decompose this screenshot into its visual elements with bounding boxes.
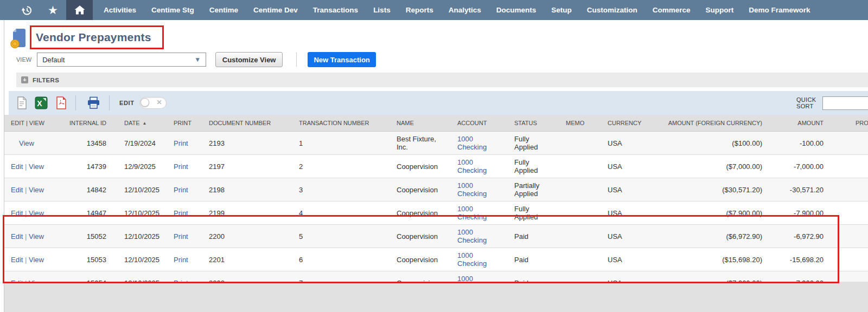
column-header-account[interactable]: ACCOUNT — [455, 115, 511, 132]
edit-link[interactable]: Edit — [11, 256, 23, 264]
edit-link[interactable]: Edit — [11, 186, 23, 194]
shortcuts-star-icon[interactable]: ★ — [40, 0, 66, 20]
cell-name: Coopervision — [397, 232, 438, 240]
nav-item-centime-stg[interactable]: Centime Stg — [144, 0, 202, 20]
column-header-memo[interactable]: MEMO — [563, 115, 603, 132]
top-nav-bar: ★ ActivitiesCentime StgCentimeCentime De… — [0, 0, 868, 20]
account-link[interactable]: 1000 Checking — [457, 251, 487, 268]
nav-item-customization[interactable]: Customization — [579, 0, 645, 20]
edit-link[interactable]: Edit — [11, 209, 23, 217]
cell-document-number: 2201 — [209, 256, 225, 264]
column-header-date[interactable]: DATE▲ — [111, 115, 169, 132]
cell-amount-foreign: ($100.00) — [732, 139, 762, 147]
cell-amount: -100.00 — [800, 139, 824, 147]
page-background — [4, 282, 868, 312]
account-link[interactable]: 1000 Checking — [457, 158, 487, 174]
nav-item-reports[interactable]: Reports — [398, 0, 441, 20]
cell-amount: -6,972.90 — [794, 232, 824, 240]
view-select-value: Default — [42, 56, 65, 64]
table-row: Edit | View1505312/10/2025Print22016Coop… — [4, 248, 868, 271]
view-link[interactable]: View — [29, 232, 44, 240]
filters-bar[interactable]: + FILTERS — [16, 73, 868, 87]
column-header-status[interactable]: STATUS — [511, 115, 563, 132]
nav-item-support[interactable]: Support — [698, 0, 742, 20]
cell-amount-foreign: ($30,571.20) — [722, 186, 762, 194]
account-link[interactable]: 1000 Checking — [457, 181, 487, 198]
nav-item-setup[interactable]: Setup — [544, 0, 579, 20]
account-link[interactable]: 1000 Checking — [457, 205, 487, 221]
export-excel-icon[interactable]: X — [35, 96, 48, 109]
table-row: Edit | View1494712/10/2025Print21994Coop… — [4, 202, 868, 225]
view-link[interactable]: View — [29, 186, 44, 194]
nav-item-transactions[interactable]: Transactions — [305, 0, 366, 20]
cell-currency: USA — [608, 162, 622, 171]
edit-toggle[interactable]: ✕ — [139, 97, 167, 109]
column-header-amount-foreign[interactable]: AMOUNT (FOREIGN CURRENCY) — [661, 115, 768, 132]
quick-sort-label: QUICK SORT — [796, 96, 816, 109]
view-link[interactable]: View — [29, 256, 44, 264]
cell-currency: USA — [608, 139, 622, 147]
nav-item-lists[interactable]: Lists — [366, 0, 398, 20]
cell-document-number: 2200 — [209, 232, 225, 240]
cell-name: Best Fixture, Inc. — [397, 135, 436, 151]
cell-status: Fully Applied — [514, 205, 538, 221]
column-header-name[interactable]: NAME — [393, 115, 455, 132]
nav-item-commerce[interactable]: Commerce — [645, 0, 698, 20]
nav-item-documents[interactable]: Documents — [489, 0, 544, 20]
cell-amount-foreign: ($7,000.00) — [726, 162, 763, 171]
cell-status: Fully Applied — [514, 135, 538, 151]
nav-item-analytics[interactable]: Analytics — [441, 0, 489, 20]
column-header-edit-view[interactable]: EDIT | VIEW — [4, 115, 57, 132]
print-link[interactable]: Print — [174, 256, 188, 264]
view-link[interactable]: View — [19, 139, 34, 147]
column-header-project[interactable]: PROJECT — [829, 115, 868, 132]
view-select[interactable]: Default ▼ — [37, 53, 206, 67]
column-header-amount[interactable]: AMOUNT — [768, 115, 829, 132]
export-csv-icon[interactable] — [16, 96, 27, 110]
recent-records-icon[interactable] — [13, 0, 40, 20]
print-icon[interactable] — [87, 96, 100, 109]
new-transaction-button[interactable]: New Transaction — [308, 52, 376, 67]
view-controls: VIEW Default ▼ Customize View New Transa… — [16, 52, 376, 67]
cell-amount: -7,000.00 — [794, 162, 824, 171]
customize-view-button[interactable]: Customize View — [215, 52, 283, 67]
cell-name: Coopervision — [397, 256, 438, 264]
nav-item-centime[interactable]: Centime — [202, 0, 246, 20]
print-link[interactable]: Print — [174, 186, 188, 194]
expand-plus-icon[interactable]: + — [21, 76, 28, 83]
cell-amount: -7,900.00 — [794, 209, 824, 217]
export-pdf-icon[interactable] — [55, 96, 67, 110]
nav-item-activities[interactable]: Activities — [96, 0, 144, 20]
nav-menu: ActivitiesCentime StgCentimeCentime DevT… — [96, 0, 818, 20]
column-header-document-number[interactable]: DOCUMENT NUMBER — [203, 115, 296, 132]
nav-item-centime-dev[interactable]: Centime Dev — [246, 0, 305, 20]
cell-date: 12/10/2025 — [124, 186, 159, 194]
print-link[interactable]: Print — [174, 162, 188, 171]
cell-internal-id: 14842 — [87, 186, 106, 194]
nav-item-demo-framework[interactable]: Demo Framework — [741, 0, 818, 20]
cell-currency: USA — [608, 256, 622, 264]
cell-date: 12/9/2025 — [124, 162, 156, 171]
cell-currency: USA — [608, 186, 622, 194]
cell-transaction-number: 3 — [299, 186, 303, 194]
account-link[interactable]: 1000 Checking — [457, 228, 487, 244]
chevron-down-icon: ▼ — [194, 56, 201, 63]
print-link[interactable]: Print — [174, 232, 188, 240]
cell-amount: -30,571.20 — [790, 186, 824, 194]
vendor-prepayments-table: EDIT | VIEWINTERNAL IDDATE▲PRINTDOCUMENT… — [4, 115, 868, 294]
edit-link[interactable]: Edit — [11, 162, 23, 171]
column-header-internal-id[interactable]: INTERNAL ID — [57, 115, 111, 132]
column-header-print[interactable]: PRINT — [169, 115, 203, 132]
column-header-transaction-number[interactable]: TRANSACTION NUMBER — [296, 115, 393, 132]
cell-transaction-number: 6 — [299, 256, 303, 264]
view-link[interactable]: View — [29, 209, 44, 217]
print-link[interactable]: Print — [174, 139, 188, 147]
print-link[interactable]: Print — [174, 209, 188, 217]
quick-sort-input[interactable] — [822, 96, 868, 110]
account-link[interactable]: 1000 Checking — [457, 135, 487, 151]
home-icon[interactable] — [66, 0, 93, 20]
view-link[interactable]: View — [29, 162, 44, 171]
column-header-currency[interactable]: CURRENCY — [603, 115, 661, 132]
view-label: VIEW — [16, 56, 31, 63]
edit-link[interactable]: Edit — [11, 232, 23, 240]
